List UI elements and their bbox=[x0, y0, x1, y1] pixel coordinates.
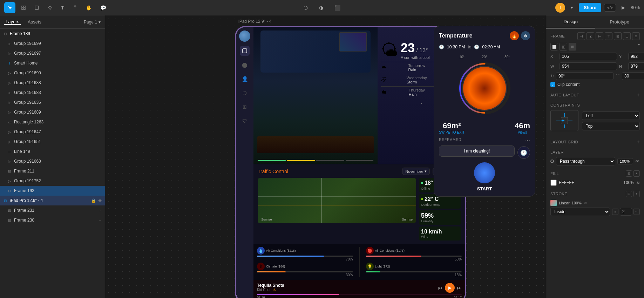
fill-type-icon[interactable]: ⊞ bbox=[626, 170, 632, 177]
select-tool[interactable] bbox=[4, 2, 15, 13]
text-tool[interactable]: T bbox=[58, 3, 67, 12]
tw-clock-btn[interactable]: 🕐 bbox=[517, 146, 530, 159]
tab-layers[interactable]: Layers bbox=[4, 19, 21, 25]
layer-rect1263[interactable]: ▭ Rectangle 1263 bbox=[0, 117, 105, 127]
y-input[interactable] bbox=[628, 53, 644, 60]
pen-tool[interactable] bbox=[45, 4, 55, 12]
stroke-width-input[interactable] bbox=[620, 208, 632, 216]
stroke-type-icon[interactable]: ⊞ bbox=[626, 191, 632, 197]
month-select[interactable]: November ▾ bbox=[402, 168, 430, 175]
blend-select[interactable]: Pass through Normal Multiply bbox=[556, 157, 615, 165]
distribute-icon[interactable]: ≡ bbox=[632, 32, 640, 40]
nav-box[interactable]: ⊞ bbox=[240, 102, 250, 112]
smart-home-background bbox=[253, 27, 378, 164]
align-right-icon[interactable]: ⊢ bbox=[596, 32, 603, 40]
nav-person[interactable]: 👤 bbox=[240, 74, 250, 84]
nav-shield[interactable]: 🛡 bbox=[240, 116, 250, 126]
code-button[interactable]: </> bbox=[604, 4, 616, 12]
rotation-input[interactable] bbox=[556, 72, 614, 80]
component-type-icon[interactable]: ◫ bbox=[560, 43, 567, 50]
shape-tool[interactable] bbox=[32, 4, 42, 12]
tab-prototype[interactable]: Prototype bbox=[595, 15, 644, 28]
corner-input[interactable] bbox=[622, 72, 644, 80]
comment-tool[interactable]: 💬 bbox=[97, 4, 109, 12]
nav-hex[interactable]: ⬡ bbox=[240, 88, 250, 98]
nav-circle[interactable]: ⬤ bbox=[240, 60, 250, 70]
nav-home[interactable] bbox=[240, 46, 250, 56]
layer-frame230[interactable]: ⊡ Frame 230 → bbox=[0, 215, 105, 225]
music-play-btn[interactable]: ▶ bbox=[445, 283, 455, 293]
library-icon[interactable]: ⬛ bbox=[332, 4, 343, 12]
layer-line149[interactable]: — Line 149 bbox=[0, 147, 105, 156]
layout-grid-add[interactable]: + bbox=[637, 139, 640, 145]
clip-label: Clip content bbox=[557, 82, 579, 87]
clip-checkbox[interactable]: ✓ bbox=[550, 82, 555, 87]
snow-icon[interactable]: ❄ bbox=[521, 31, 530, 40]
layer-group191690[interactable]: ▷ Group 191690 bbox=[0, 68, 105, 78]
hand-tool[interactable]: ✋ bbox=[83, 4, 95, 12]
align-top-icon[interactable]: ⊤ bbox=[605, 32, 612, 40]
contrast-icon[interactable]: ◑ bbox=[316, 4, 326, 12]
component-icon[interactable]: ⬡ bbox=[301, 4, 311, 12]
share-button[interactable]: Share bbox=[579, 3, 601, 12]
layer-group191752[interactable]: ▷ Group 191752 bbox=[0, 176, 105, 186]
align-left-icon[interactable]: ⊣ bbox=[577, 32, 585, 40]
tab-design[interactable]: Design bbox=[546, 15, 595, 28]
layer-group191689[interactable]: ▷ Group 191689 bbox=[0, 107, 105, 117]
layer-frame211[interactable]: ⊡ Frame 211 bbox=[0, 166, 105, 176]
layer-ipadpro[interactable]: ⊡ iPad Pro 12.9" - 4 🔒 👁 bbox=[0, 196, 105, 205]
canvas-area[interactable]: iPad Pro 12.9" - 4 ⬤ 👤 ⬡ ⊞ 🛡 bbox=[105, 15, 546, 298]
layer-frame231[interactable]: ⊡ Frame 231 → bbox=[0, 205, 105, 215]
tw-cleaning-btn[interactable]: I am cleaning! bbox=[439, 145, 515, 157]
x-input[interactable] bbox=[560, 53, 617, 60]
present-button[interactable]: ▶ bbox=[619, 4, 628, 12]
component-tool[interactable] bbox=[70, 4, 80, 12]
constraint-v-select[interactable]: Top Bottom Center Scale bbox=[582, 122, 640, 130]
layer-group191647[interactable]: ▷ Group 191647 bbox=[0, 127, 105, 137]
avatar-dropdown[interactable]: ▾ bbox=[568, 4, 576, 12]
layer-group191688[interactable]: ▷ Group 191688 bbox=[0, 78, 105, 88]
cw-center: + bbox=[561, 117, 568, 124]
page-select[interactable]: Page 1 ▾ bbox=[84, 20, 101, 25]
fill-swatch[interactable] bbox=[550, 180, 557, 186]
opacity-input[interactable] bbox=[617, 158, 633, 164]
layer-group191668[interactable]: ▷ Group 191668 bbox=[0, 156, 105, 166]
w-input[interactable] bbox=[560, 62, 617, 70]
layer-group191697[interactable]: ▷ Group 191697 bbox=[0, 48, 105, 58]
layout-grid-section: Layout grid + bbox=[550, 139, 640, 145]
stroke-position-select[interactable]: Inside Outside Center bbox=[550, 208, 610, 216]
h-input[interactable] bbox=[628, 62, 644, 70]
left-panel: Layers Assets Page 1 ▾ ⊡ Frame 189 ▷ Gro… bbox=[0, 15, 105, 298]
frame-tool[interactable] bbox=[18, 4, 29, 12]
stroke-dash-icon[interactable]: ⋯ bbox=[633, 209, 640, 215]
layer-group191636[interactable]: ▷ Group 191636 bbox=[0, 97, 105, 107]
align-center-v-icon[interactable]: ⊞ bbox=[614, 32, 622, 40]
fire-icon[interactable]: 🔥 bbox=[510, 31, 519, 40]
stroke-style-icon[interactable]: ≋ bbox=[584, 201, 587, 205]
layer-frame193[interactable]: ⊡ Frame 193 bbox=[0, 186, 105, 196]
layer-eye-icon[interactable]: 👁 bbox=[98, 198, 102, 203]
visibility-toggle[interactable]: 👁 bbox=[635, 159, 640, 164]
constraint-h-select[interactable]: Left Right Center Scale bbox=[582, 111, 640, 120]
stroke-gradient-swatch[interactable] bbox=[550, 200, 557, 206]
fill-add-icon[interactable]: + bbox=[633, 170, 640, 177]
stroke-add-icon[interactable]: + bbox=[633, 191, 640, 197]
tw-menu[interactable]: ⋯ bbox=[525, 138, 530, 143]
layer-group191651[interactable]: ▷ Group 191651 bbox=[0, 137, 105, 147]
frame-type-icon[interactable]: ⬜ bbox=[550, 43, 558, 50]
frame-dropdown[interactable]: ▾ bbox=[638, 43, 640, 50]
auto-type-icon[interactable]: ⊞ bbox=[569, 43, 576, 50]
layer-smart-home[interactable]: T Smart Home bbox=[0, 58, 105, 68]
fill-section: Fill ⊞ + FFFFFF 100% ≋ bbox=[550, 170, 640, 186]
music-next[interactable]: ⏭ bbox=[457, 285, 462, 291]
auto-layout-add[interactable]: + bbox=[637, 92, 640, 98]
align-bottom-icon[interactable]: ⊥ bbox=[623, 32, 631, 40]
user-avatar[interactable]: I bbox=[555, 3, 565, 13]
tab-assets[interactable]: Assets bbox=[26, 19, 43, 25]
music-prev[interactable]: ⏮ bbox=[438, 285, 443, 291]
fill-style-icon[interactable]: ≋ bbox=[636, 180, 640, 185]
layer-group191699[interactable]: ▷ Group 191699 bbox=[0, 39, 105, 48]
layer-group191683[interactable]: ▷ Group 191683 bbox=[0, 88, 105, 97]
align-center-h-icon[interactable]: ⊻ bbox=[587, 32, 594, 40]
layer-frame189[interactable]: ⊡ Frame 189 bbox=[0, 29, 105, 39]
